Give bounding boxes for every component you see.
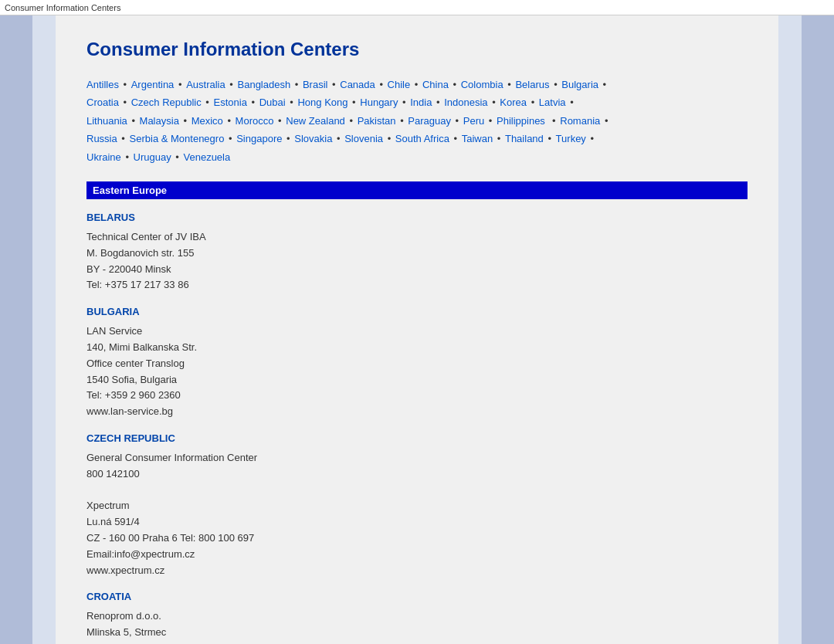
nav-link-india[interactable]: India	[410, 97, 432, 108]
main-content: Consumer Information Centers Antilles • …	[56, 15, 778, 644]
country-info-bulgaria: LAN Service 140, Mimi Balkanska Str. Off…	[86, 324, 748, 420]
country-info-belarus: Technical Center of JV IBA M. Bogdanovic…	[86, 229, 748, 293]
nav-link-new-zealand[interactable]: New Zealand	[286, 115, 345, 127]
nav-link-korea[interactable]: Korea	[500, 97, 527, 108]
sidebar-inner-left	[32, 15, 56, 644]
nav-link-russia[interactable]: Russia	[86, 133, 117, 144]
nav-link-brasil[interactable]: Brasil	[303, 79, 328, 90]
nav-link-ukraine[interactable]: Ukraine	[86, 151, 121, 163]
nav-link-pakistan[interactable]: Pakistan	[358, 115, 396, 127]
nav-link-slovakia[interactable]: Slovakia	[294, 133, 332, 144]
nav-links: Antilles • Argentina • Australia • Bangl…	[86, 76, 748, 166]
nav-link-turkey[interactable]: Turkey	[556, 133, 586, 144]
nav-link-argentina[interactable]: Argentina	[131, 79, 175, 90]
nav-link-slovenia[interactable]: Slovenia	[344, 133, 383, 144]
bulgaria-website[interactable]: www.lan-service.bg	[86, 405, 173, 417]
nav-link-bangladesh[interactable]: Bangladesh	[238, 79, 291, 90]
nav-link-thailand[interactable]: Thailand	[505, 133, 544, 144]
sidebar-inner-right	[778, 15, 802, 644]
nav-link-serbia[interactable]: Serbia & Montenegro	[130, 133, 225, 144]
country-name-czech-republic: CZECH REPUBLIC	[86, 432, 748, 444]
nav-link-croatia[interactable]: Croatia	[86, 97, 119, 108]
nav-link-hong-kong[interactable]: Hong Kong	[297, 97, 348, 108]
title-bar-text: Consumer Information Centers	[5, 3, 120, 12]
country-info-croatia: Renoprom d.o.o. Mlinska 5, Strmec HR - 4…	[86, 608, 748, 644]
nav-link-romania[interactable]: Romania	[560, 115, 600, 127]
nav-link-morocco[interactable]: Morocco	[236, 115, 274, 127]
nav-link-dubai[interactable]: Dubai	[259, 97, 286, 108]
nav-link-lithuania[interactable]: Lithuania	[86, 115, 127, 127]
nav-link-mexico[interactable]: Mexico	[192, 115, 223, 127]
country-name-bulgaria: BULGARIA	[86, 306, 748, 317]
page-layout: Consumer Information Centers Antilles • …	[0, 15, 834, 644]
nav-link-taiwan[interactable]: Taiwan	[462, 133, 493, 144]
nav-link-singapore[interactable]: Singapore	[236, 133, 282, 144]
czech-email[interactable]: Email:info@xpectrum.cz	[86, 548, 195, 560]
country-name-belarus: BELARUS	[86, 212, 748, 223]
nav-link-australia[interactable]: Australia	[186, 79, 225, 90]
nav-link-canada[interactable]: Canada	[340, 79, 375, 90]
country-name-croatia: CROATIA	[86, 591, 748, 602]
nav-link-china[interactable]: China	[422, 79, 449, 90]
nav-link-estonia[interactable]: Estonia	[214, 97, 247, 108]
nav-link-malaysia[interactable]: Malaysia	[140, 115, 179, 127]
nav-link-paraguay[interactable]: Paraguay	[408, 115, 451, 127]
nav-link-bulgaria[interactable]: Bulgaria	[561, 79, 598, 90]
nav-link-belarus[interactable]: Belarus	[515, 79, 549, 90]
nav-link-chile[interactable]: Chile	[388, 79, 411, 90]
title-bar: Consumer Information Centers	[0, 0, 834, 15]
nav-link-venezuela[interactable]: Venezuela	[184, 151, 231, 163]
nav-link-colombia[interactable]: Colombia	[461, 79, 503, 90]
section-header-eastern-europe: Eastern Europe	[86, 181, 748, 199]
nav-link-indonesia[interactable]: Indonesia	[444, 97, 487, 108]
nav-link-uruguay[interactable]: Uruguay	[134, 151, 171, 163]
nav-link-south-africa[interactable]: South Africa	[395, 133, 449, 144]
sidebar-right	[802, 15, 834, 644]
nav-link-peru[interactable]: Peru	[463, 115, 484, 127]
nav-link-hungary[interactable]: Hungary	[360, 97, 398, 108]
nav-link-czech-republic[interactable]: Czech Republic	[131, 97, 202, 108]
czech-website[interactable]: www.xpectrum.cz	[86, 564, 164, 576]
nav-link-latvia[interactable]: Latvia	[539, 97, 566, 108]
nav-link-philippines[interactable]: Philippines	[497, 115, 545, 127]
nav-link-antilles[interactable]: Antilles	[86, 79, 119, 90]
page-title: Consumer Information Centers	[86, 39, 748, 60]
country-info-czech-republic: General Consumer Information Center 800 …	[86, 450, 748, 578]
sidebar-left	[0, 15, 32, 644]
